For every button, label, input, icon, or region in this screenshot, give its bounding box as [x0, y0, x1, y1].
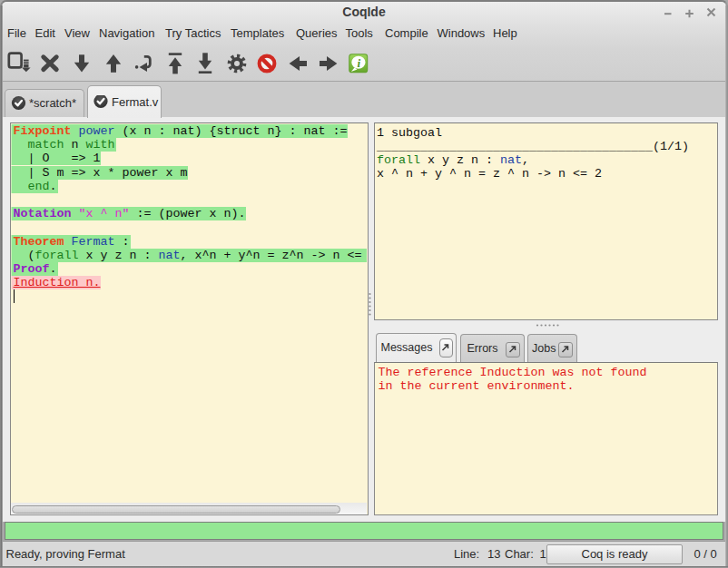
svg-text:i: i: [357, 56, 360, 70]
